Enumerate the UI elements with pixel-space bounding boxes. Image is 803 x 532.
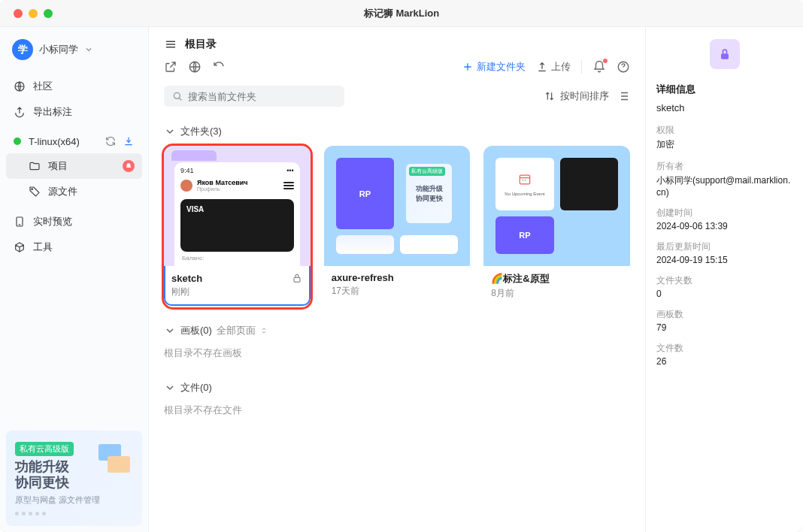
folder-meta: 刚刚 bbox=[164, 286, 311, 306]
section-sub[interactable]: 全部页面 bbox=[217, 324, 256, 337]
details-folder-icon bbox=[710, 39, 740, 69]
chevron-down-icon bbox=[164, 125, 176, 138]
search-icon bbox=[171, 90, 183, 102]
mock-avatar-icon bbox=[180, 180, 192, 192]
user-name: 小标同学 bbox=[39, 43, 78, 56]
folder-name: axure-refresh bbox=[332, 272, 394, 283]
main-panel: 根目录 新建文件夹 上传 bbox=[149, 27, 645, 532]
rp-icon bbox=[336, 158, 394, 229]
minimize-window[interactable] bbox=[29, 9, 38, 18]
web-icon[interactable] bbox=[188, 60, 202, 74]
open-external-icon[interactable] bbox=[164, 60, 177, 74]
sort-icon bbox=[544, 90, 556, 102]
chevron-down-icon bbox=[164, 325, 176, 337]
details-heading: 详细信息 bbox=[656, 83, 792, 96]
files-empty: 根目录不存在文件 bbox=[164, 404, 630, 417]
refresh-icon[interactable] bbox=[105, 135, 117, 147]
button-label: 新建文件夹 bbox=[477, 60, 526, 74]
search-input[interactable] bbox=[164, 86, 344, 107]
avatar: 学 bbox=[12, 39, 33, 60]
section-title: 画板(0) bbox=[180, 324, 212, 337]
sidebar-item-community[interactable]: 社区 bbox=[6, 74, 142, 99]
sidebar-item-label: 源文件 bbox=[48, 185, 77, 198]
refresh-icon[interactable] bbox=[212, 60, 226, 74]
sort-button[interactable]: 按时间排序 bbox=[544, 89, 609, 103]
section-boards-header[interactable]: 画板(0) 全部页面 bbox=[164, 324, 630, 337]
svg-point-11 bbox=[525, 180, 526, 181]
sort-double-icon bbox=[260, 327, 268, 334]
svg-rect-9 bbox=[520, 175, 529, 184]
folder-icon bbox=[29, 160, 41, 172]
folder-card-annotate[interactable]: No Upcoming Event 🌈标注&原型 8月前 bbox=[483, 146, 630, 307]
sidebar-item-export[interactable]: 导出标注 bbox=[6, 99, 142, 125]
sidebar-item-preview[interactable]: 实时预览 bbox=[6, 209, 142, 234]
chevron-down-icon bbox=[164, 382, 176, 394]
hamburger-icon bbox=[283, 180, 294, 191]
menu-icon[interactable] bbox=[164, 38, 177, 51]
section-title: 文件(0) bbox=[180, 381, 212, 394]
button-label: 上传 bbox=[551, 60, 571, 74]
sidebar-item-label: 项目 bbox=[48, 159, 68, 173]
search-field[interactable] bbox=[188, 91, 337, 102]
sidebar-item-project[interactable]: 项目 bbox=[6, 153, 142, 179]
sidebar-item-source[interactable]: 源文件 bbox=[6, 179, 142, 204]
sidebar-item-label: 社区 bbox=[33, 80, 53, 93]
folder-card-axure[interactable]: 私有云高级版 功能升级协同更快 axure-refresh 17天前 bbox=[324, 146, 471, 307]
rp-icon bbox=[495, 216, 553, 254]
breadcrumb: 根目录 bbox=[164, 38, 630, 51]
folder-card-sketch[interactable]: 9:41••• Яков Матсевич Профиль VISA Бал bbox=[164, 146, 311, 307]
titlebar: 标记狮 MarkLion bbox=[0, 0, 803, 27]
help-icon[interactable] bbox=[617, 60, 630, 74]
sidebar: 学 小标同学 社区 导出标注 T-linux(x64) bbox=[0, 27, 149, 532]
promo-sub: 原型与网盘 源文件管理 bbox=[15, 494, 133, 506]
status-dot-icon bbox=[14, 138, 21, 145]
sidebar-item-tools[interactable]: 工具 bbox=[6, 234, 142, 260]
svg-rect-4 bbox=[108, 456, 130, 473]
plus-icon bbox=[462, 61, 474, 73]
sort-label: 按时间排序 bbox=[560, 89, 609, 103]
svg-point-7 bbox=[174, 92, 180, 98]
promo-decoration-icon bbox=[91, 437, 136, 482]
section-files-header[interactable]: 文件(0) bbox=[164, 381, 630, 394]
promo-card[interactable]: 私有云高级版 功能升级 协同更快 原型与网盘 源文件管理 bbox=[6, 431, 142, 526]
calendar-icon bbox=[516, 172, 534, 187]
svg-rect-8 bbox=[294, 277, 300, 282]
folder-name: sketch bbox=[171, 273, 202, 284]
upload-icon bbox=[536, 61, 548, 73]
chevron-down-icon bbox=[84, 45, 93, 54]
list-view-icon[interactable] bbox=[617, 89, 630, 103]
boards-empty: 根目录不存在画板 bbox=[164, 346, 630, 360]
sidebar-item-tlinux[interactable]: T-linux(x64) bbox=[6, 129, 142, 153]
window-title: 标记狮 MarkLion bbox=[364, 7, 439, 20]
svg-rect-12 bbox=[721, 53, 729, 59]
carousel-dots bbox=[15, 512, 133, 515]
maximize-window[interactable] bbox=[44, 9, 53, 18]
lock-icon bbox=[717, 47, 732, 62]
svg-point-10 bbox=[523, 180, 524, 181]
lock-icon bbox=[291, 272, 303, 284]
promo-tile: 私有云高级版 功能升级协同更快 bbox=[406, 164, 452, 223]
notifications-button[interactable] bbox=[592, 60, 606, 74]
new-folder-button[interactable]: 新建文件夹 bbox=[462, 60, 526, 74]
section-folders-header[interactable]: 文件夹(3) bbox=[164, 125, 630, 138]
notification-dot-icon bbox=[603, 59, 608, 63]
user-menu[interactable]: 学 小标同学 bbox=[0, 27, 148, 69]
sidebar-item-label: T-linux(x64) bbox=[29, 136, 80, 147]
sidebar-item-label: 实时预览 bbox=[33, 215, 72, 228]
folder-meta: 8月前 bbox=[483, 287, 630, 307]
tag-icon bbox=[29, 186, 41, 198]
details-panel: 详细信息 sketch 权限加密 所有者小标同学(support@mail.ma… bbox=[645, 27, 803, 532]
card-mock: VISA bbox=[180, 199, 294, 252]
close-window[interactable] bbox=[14, 9, 23, 18]
folder-thumbnail: 9:41••• Яков Матсевич Профиль VISA Бал bbox=[164, 146, 311, 266]
badge-icon bbox=[123, 160, 135, 172]
breadcrumb-label: 根目录 bbox=[185, 38, 217, 51]
upload-button[interactable]: 上传 bbox=[536, 60, 571, 74]
folder-meta: 17天前 bbox=[324, 285, 471, 305]
cube-icon bbox=[14, 241, 26, 253]
sidebar-item-label: 工具 bbox=[33, 240, 53, 254]
download-icon[interactable] bbox=[123, 135, 135, 147]
svg-point-1 bbox=[32, 189, 33, 190]
section-title: 文件夹(3) bbox=[180, 125, 222, 138]
folder-thumbnail: 私有云高级版 功能升级协同更快 bbox=[324, 146, 471, 266]
